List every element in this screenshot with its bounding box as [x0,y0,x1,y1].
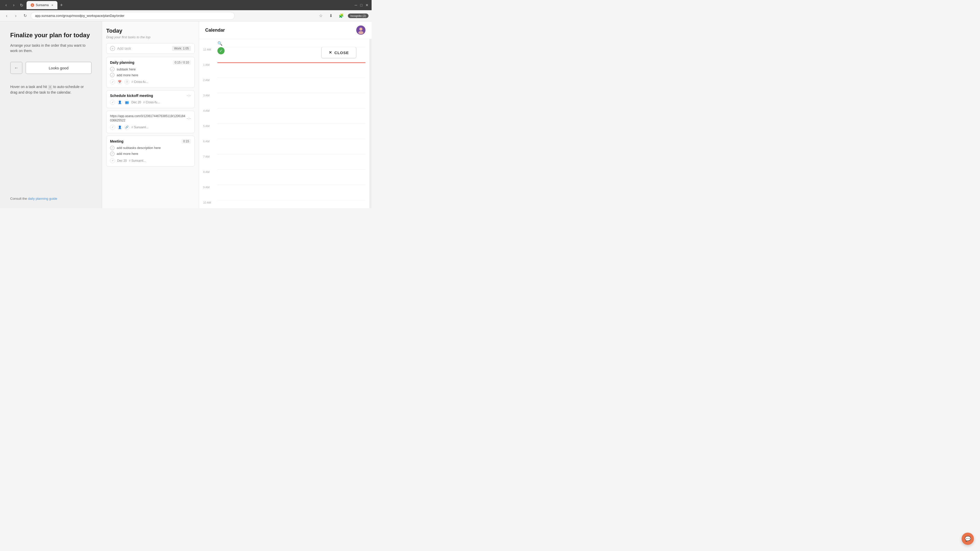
time-row-2am: 2 AM [203,78,366,93]
main-layout: Finalize your plan for today Arrange you… [0,21,372,208]
people-icon[interactable]: 👥 [124,100,129,105]
person-icon-2[interactable]: 👤 [117,125,122,130]
subtask-text-2: add more here [117,73,138,77]
zoom-control-area: 🔍 [203,39,366,47]
time-label-10am: 10 AM [203,200,218,204]
time-row-1am: 1 AM [203,62,366,78]
person-icon[interactable]: 👤 [117,100,122,105]
time-label-2am: 2 AM [203,78,218,82]
addr-forward-button[interactable]: › [12,12,19,19]
subtask-text-1: subtask here [117,67,135,71]
maximize-button[interactable]: □ [360,3,363,7]
center-panel: Today Drag your first tasks to the top +… [102,21,199,208]
svg-point-2 [358,31,363,34]
hint-text: Hover on a task and hit X to auto-schedu… [10,84,92,95]
task-card-schedule-kickoff: Schedule kickoff meeting –:– ✓ 👤 👥 Dec 2… [106,90,195,108]
time-row-12am: 12 AM ✓ [203,47,366,62]
addr-back-button[interactable]: ‹ [3,12,10,19]
page-heading: Finalize your plan for today [10,32,92,39]
close-window-button[interactable]: ✕ [366,3,369,7]
time-row-4am: 4 AM [203,108,366,124]
url-task-title: https://app.asana.com/0/120617446763851​… [110,114,186,123]
time-label-1am: 1 AM [203,62,218,66]
time-area-6am [218,139,366,154]
window-controls: ─ □ ✕ [355,3,369,7]
time-label-6am: 6 AM [203,139,218,143]
bottom-link-area: Consult the daily planning guide [10,197,92,200]
back-button[interactable]: ← [10,62,22,74]
tag-text-3: Sunsaml... [134,125,148,129]
minimize-button[interactable]: ─ [355,3,357,7]
active-tab[interactable]: S Sunsama ✕ [27,1,57,9]
addr-reload-button[interactable]: ↻ [21,12,29,19]
date-label: Dec 20 [131,100,141,104]
check-icon-4[interactable]: ✓ [110,158,115,163]
time-label-7am: 7 AM [203,154,218,158]
address-bar[interactable]: app.sunsama.com/group/moodjoy_workspace/… [30,12,235,20]
nav-back-button[interactable]: ‹ [3,2,9,8]
today-header: Today Drag your first tasks to the top [106,27,195,39]
check-icon-2: ✓ [110,73,115,77]
task-footer: ✓ 📅 ⏱ # Cross-fu... [110,79,191,84]
subtask-row-meeting-2: ✓ add more here [110,151,191,156]
extensions-button[interactable]: 🧩 [338,12,345,19]
nav-reload-button[interactable]: ↻ [18,2,24,8]
time-row-8am: 8 AM [203,169,366,185]
addr-actions: ☆ ⬇ 🧩 Incognito (2) [317,12,369,19]
task-time-badge: 0:15 / 0:10 [173,60,191,65]
looks-good-button[interactable]: Looks good [25,62,92,74]
time-row-9am: 9 AM [203,185,366,200]
task-card-daily-planning: Daily planning 0:15 / 0:10 ✓ subtask her… [106,57,195,88]
url-text: app.sunsama.com/group/moodjoy_workspace/… [35,14,124,17]
time-area-5am [218,124,366,139]
page-description: Arrange your tasks in the order that you… [10,43,92,54]
add-task-left: + Add task [110,46,131,51]
task-time-dash: –:– [186,94,191,97]
new-tab-button[interactable]: + [59,2,65,8]
clock-icon[interactable]: ⏱ [124,79,129,84]
time-area-8am [218,169,366,185]
nav-forward-button[interactable]: › [11,2,17,8]
bookmark-button[interactable]: ☆ [317,12,325,19]
task-footer-2: ✓ 👤 👥 Dec 20 # Cross-fu... [110,100,191,105]
tag-label-2: # Cross-fu... [143,100,160,104]
user-avatar[interactable] [356,25,366,35]
time-label-9am: 9 AM [203,185,218,189]
calendar-scrollbar[interactable] [369,39,372,208]
time-area-1am [218,62,366,78]
time-area-10am [218,200,366,208]
check-icon-3[interactable]: ✓ [110,125,115,130]
task-title-4: Meeting [110,139,124,143]
task-check-icon-2[interactable]: ✓ [110,100,115,105]
calendar-header: Calendar [199,21,372,39]
task-time-badge-4: 0:15 [181,139,191,144]
date-label-4: Dec 20 [117,159,127,162]
task-complete-icon[interactable]: ✓ [110,79,115,84]
time-label-3am: 3 AM [203,93,218,97]
task-card-header: Daily planning 0:15 / 0:10 [110,60,191,65]
browser-chrome: ‹ › ↻ S Sunsama ✕ + ─ □ ✕ [0,0,372,10]
time-label-8am: 8 AM [203,169,218,173]
time-area-4am [218,108,366,124]
task-card-header-4: Meeting 0:15 [110,139,191,144]
calendar-timeline[interactable]: 🔍 12 AM ✓ 1 AM 2 [199,39,369,208]
zoom-icon[interactable]: 🔍 [218,41,223,46]
add-task-bar[interactable]: + Add task Work: 1:05 [106,43,195,54]
time-area-9am [218,185,366,200]
green-check-dot: ✓ [218,47,224,54]
hint-before: Hover on a task and hit [10,85,47,89]
calendar-icon[interactable]: 📅 [117,79,122,84]
action-buttons-row: ← Looks good [10,62,92,74]
add-task-icon: + [110,46,115,51]
tab-close-button[interactable]: ✕ [51,4,53,6]
tab-bar: S Sunsama ✕ + [27,1,353,9]
download-button[interactable]: ⬇ [328,12,334,19]
link-icon[interactable]: 🔗 [124,125,129,130]
subtask-row-2: ✓ add more here [110,73,191,77]
tag-hash-3: # [131,125,133,129]
incognito-badge[interactable]: Incognito (2) [348,14,369,18]
time-label-5am: 5 AM [203,124,218,127]
daily-planning-guide-link[interactable]: daily planning guide [28,197,57,200]
check-icon-m1: ✓ [110,146,115,150]
tag-text-2: Cross-fu... [146,100,160,104]
